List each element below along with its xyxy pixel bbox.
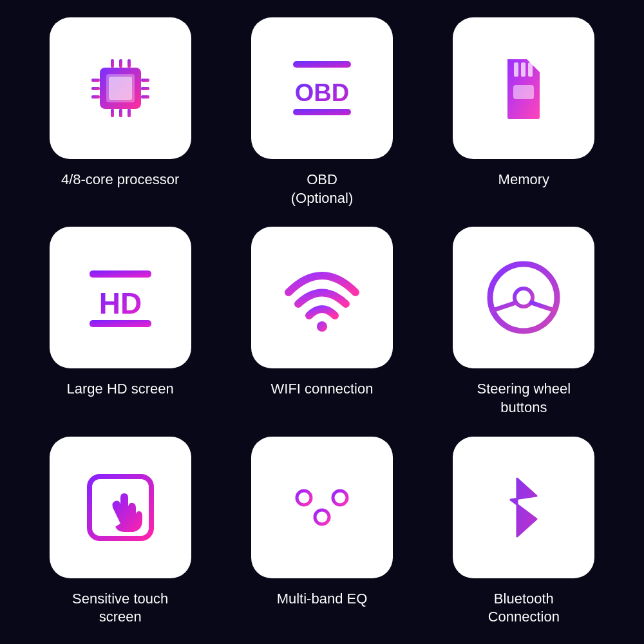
bluetooth-icon-box [453,437,594,578]
svg-rect-13 [141,87,149,90]
wifi-label: WIFI connection [271,380,374,399]
svg-rect-15 [293,61,351,68]
svg-rect-24 [90,320,151,327]
feature-steering: Steering wheelbuttons [436,227,612,417]
svg-point-33 [297,491,311,505]
svg-rect-21 [513,85,534,99]
svg-rect-3 [111,59,114,68]
processor-icon-box [50,17,191,159]
svg-rect-14 [141,95,149,99]
processor-label: 4/8-core processor [61,171,179,189]
svg-rect-5 [128,59,131,68]
svg-rect-6 [111,109,114,117]
svg-rect-2 [109,77,132,100]
svg-rect-9 [91,79,100,82]
feature-eq: Multi-band EQ [234,437,410,627]
feature-processor: 4/8-core processor [32,17,208,207]
hd-label: Large HD screen [67,380,174,399]
memory-label: Memory [498,171,549,189]
feature-touch: Sensitive touchscreen [32,437,208,627]
steering-label: Steering wheelbuttons [477,380,571,417]
steering-icon-box [453,227,594,368]
svg-rect-17 [293,109,351,115]
eq-label: Multi-band EQ [277,590,368,609]
svg-rect-4 [119,59,122,68]
svg-rect-8 [128,109,131,117]
svg-rect-12 [141,79,149,82]
eq-icon-box [251,437,393,578]
bluetooth-label: BluetoothConnection [488,590,560,627]
svg-line-29 [493,303,516,310]
svg-rect-22 [90,270,151,278]
svg-rect-7 [119,109,122,117]
svg-point-37 [333,491,347,505]
touch-icon-box [50,437,191,578]
feature-wifi: WIFI connection [234,227,410,417]
obd-label: OBD(Optional) [291,171,354,207]
svg-text:OBD: OBD [295,79,349,106]
feature-hd: HD Large HD screen [32,227,208,417]
svg-rect-18 [514,62,518,77]
obd-icon-box: OBD [251,17,393,159]
memory-icon-box [453,17,594,159]
wifi-icon-box [251,227,393,368]
svg-text:HD: HD [99,287,141,320]
features-grid: 4/8-core processor OBD OBD(Optional) [6,0,638,644]
svg-rect-19 [521,62,526,77]
svg-rect-10 [91,87,100,90]
svg-point-35 [315,510,329,524]
hd-icon-box: HD [50,227,191,368]
svg-line-30 [531,303,554,310]
feature-obd: OBD OBD(Optional) [234,17,410,207]
svg-point-25 [317,321,327,332]
touch-label: Sensitive touchscreen [72,590,168,627]
svg-rect-11 [91,95,100,99]
feature-bluetooth: BluetoothConnection [436,437,612,627]
feature-memory: Memory [436,17,612,207]
svg-rect-20 [528,62,533,77]
